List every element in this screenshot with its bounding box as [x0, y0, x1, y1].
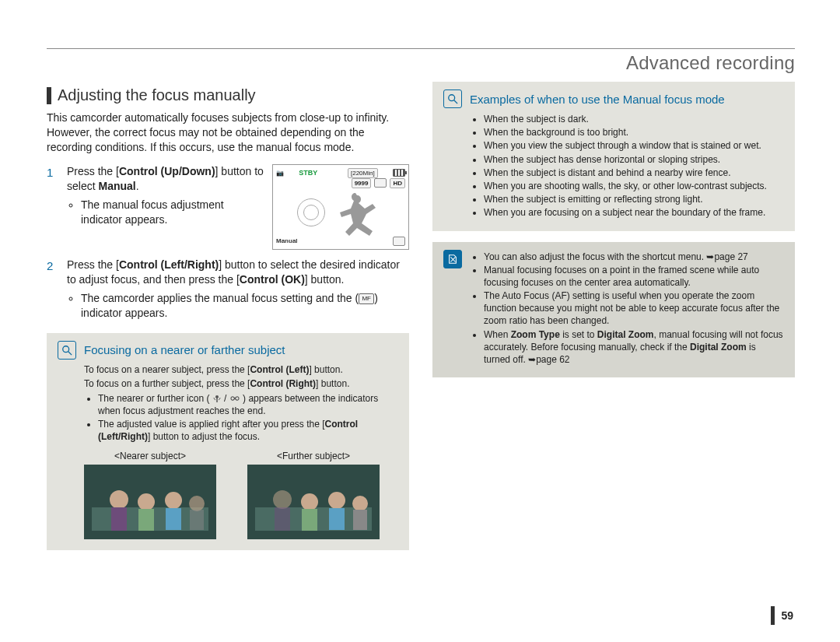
step-2: 2 Press the [Control (Left/Right)] butto… — [47, 258, 409, 322]
panel-notes: You can also adjust the focus with the s… — [432, 242, 795, 378]
list-item: When you are shooting walls, the sky, or… — [484, 180, 784, 192]
thumb-further — [247, 465, 380, 539]
section-heading-focus: Adjusting the focus manually — [47, 86, 409, 104]
card-icon — [374, 178, 387, 188]
panel-p1: To focus on a nearer subject, press the … — [84, 364, 398, 375]
step-1-bullet: The manual focus adjustment indicator ap… — [81, 198, 264, 227]
right-column: Examples of when to use the Manual focus… — [432, 82, 795, 550]
magnify-icon — [58, 341, 76, 360]
svg-rect-12 — [190, 510, 204, 530]
note-3: The Auto Focus (AF) setting is useful wh… — [484, 289, 784, 328]
note-4: When Zoom Type is set to Digital Zoom, m… — [484, 328, 784, 367]
intro-paragraph: This camcorder automatically focuses sub… — [47, 111, 409, 155]
mf-icon: MF — [359, 293, 374, 304]
panel-title: Examples of when to use the Manual focus… — [470, 93, 725, 106]
svg-rect-6 — [111, 507, 127, 531]
svg-rect-22 — [353, 510, 367, 530]
svg-point-0 — [63, 346, 69, 352]
list-item: When the subject is emitting or reflecti… — [484, 193, 784, 205]
svg-point-9 — [165, 492, 182, 509]
lcd-stby: STBY — [299, 168, 317, 178]
svg-point-19 — [328, 492, 345, 509]
panel-nearer-farther: Focusing on a nearer or farther subject … — [47, 333, 409, 551]
lcd-time: [220Min] — [348, 168, 378, 178]
list-item: When the subject is dark. — [484, 113, 784, 125]
panel-examples: Examples of when to use the Manual focus… — [432, 82, 795, 231]
page-number: 59 — [771, 606, 793, 625]
step-2-bullet: The camcorder applies the manual focus s… — [81, 291, 409, 321]
svg-rect-20 — [329, 508, 345, 530]
svg-point-23 — [449, 95, 455, 101]
svg-point-21 — [352, 496, 368, 511]
step-1-text: Press the [Control (Up/Down)] button to … — [67, 165, 264, 193]
svg-rect-16 — [275, 507, 290, 531]
step-number: 2 — [47, 258, 61, 322]
camera-icon: 📷 — [276, 169, 284, 177]
list-item: When the background is too bright. — [484, 126, 784, 139]
lcd-display: 📷 STBY [220Min] 9999 HD — [272, 164, 409, 250]
panel-p2: To focus on a further subject, press the… — [84, 378, 398, 389]
caption-nearer: <Nearer subject> — [84, 451, 216, 461]
magnify-icon — [443, 89, 462, 108]
battery-icon — [393, 169, 405, 177]
list-item: When the subject has dense horizontal or… — [484, 153, 784, 166]
step-1: 1 Press the [Control (Up/Down)] button t… — [47, 164, 409, 250]
lcd-hd: HD — [390, 178, 405, 188]
svg-point-5 — [110, 490, 128, 509]
mf-indicator-icon — [393, 237, 405, 246]
step-number: 1 — [47, 164, 61, 250]
page-title: Advanced recording — [47, 52, 795, 74]
svg-line-24 — [454, 100, 457, 103]
svg-line-1 — [68, 351, 72, 354]
flower-icon — [212, 392, 222, 405]
header-rule — [47, 48, 795, 49]
lcd-manual-label: Manual — [276, 237, 298, 245]
svg-point-17 — [301, 493, 318, 510]
infinity-icon — [229, 392, 240, 405]
left-column: Adjusting the focus manually This camcor… — [47, 82, 409, 550]
list-item: When you are focusing on a subject near … — [484, 206, 784, 219]
lcd-count: 9999 — [352, 178, 372, 188]
svg-point-15 — [273, 490, 292, 509]
list-item: When the subject is distant and behind a… — [484, 167, 784, 179]
thumb-nearer — [84, 465, 216, 539]
kicker-silhouette — [330, 189, 384, 236]
svg-rect-18 — [302, 509, 317, 531]
control-wheel-icon — [297, 198, 325, 226]
panel-b1: The nearer or further icon ( / ) appears… — [98, 392, 398, 417]
note-1: You can also adjust the focus with the s… — [484, 251, 784, 263]
panel-title: Focusing on a nearer or farther subject — [84, 343, 285, 356]
step-2-text: Press the [Control (Left/Right)] button … — [67, 258, 400, 286]
svg-rect-8 — [138, 509, 154, 531]
examples-list: When the subject is dark. When the backg… — [470, 113, 784, 219]
panel-b2: The adjusted value is applied right afte… — [98, 418, 398, 443]
svg-point-7 — [138, 493, 155, 510]
svg-point-11 — [189, 496, 205, 511]
caption-further: <Further subject> — [247, 451, 380, 461]
svg-point-2 — [215, 395, 219, 398]
svg-rect-10 — [166, 508, 181, 530]
list-item: When you view the subject through a wind… — [484, 139, 784, 152]
note-icon — [443, 250, 462, 268]
note-2: Manual focusing focuses on a point in th… — [484, 264, 784, 289]
